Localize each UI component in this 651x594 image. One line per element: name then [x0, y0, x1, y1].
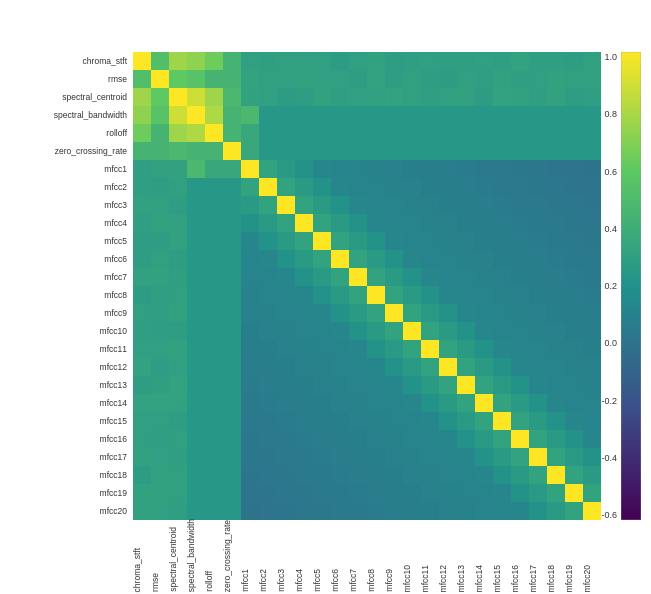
x-label-mfcc20: mfcc20 [583, 565, 601, 592]
y-label-mfcc18: mfcc18 [0, 466, 130, 484]
colorbar-label-3: 0.4 [589, 224, 617, 234]
y-label-mfcc8: mfcc8 [0, 286, 130, 304]
x-label-mfcc13: mfcc13 [457, 565, 475, 592]
x-label-mfcc18: mfcc18 [547, 565, 565, 592]
colorbar-label-7: -0.4 [589, 453, 617, 463]
y-label-spectral_bandwidth: spectral_bandwidth [0, 106, 130, 124]
colorbar-label-2: 0.6 [589, 167, 617, 177]
y-label-mfcc1: mfcc1 [0, 160, 130, 178]
y-label-mfcc19: mfcc19 [0, 484, 130, 502]
matrix-canvas [133, 52, 601, 520]
colorbar-label-1: 0.8 [589, 109, 617, 119]
x-label-mfcc3: mfcc3 [277, 569, 295, 592]
y-label-mfcc4: mfcc4 [0, 214, 130, 232]
x-label-mfcc14: mfcc14 [475, 565, 493, 592]
y-label-zero_crossing_rate: zero_crossing_rate [0, 142, 130, 160]
colorbar-label-5: 0.0 [589, 338, 617, 348]
x-label-chroma_stft: chroma_stft [133, 548, 151, 592]
x-label-mfcc11: mfcc11 [421, 565, 439, 592]
x-label-mfcc6: mfcc6 [331, 569, 349, 592]
y-label-rmse: rmse [0, 70, 130, 88]
x-label-mfcc15: mfcc15 [493, 565, 511, 592]
colorbar-label-0: 1.0 [589, 52, 617, 62]
x-label-mfcc12: mfcc12 [439, 565, 457, 592]
x-label-mfcc7: mfcc7 [349, 569, 367, 592]
x-label-mfcc8: mfcc8 [367, 569, 385, 592]
x-label-spectral_centroid: spectral_centroid [169, 527, 187, 592]
chart-container: chroma_stftrmsespectral_centroidspectral… [0, 0, 651, 594]
y-label-mfcc16: mfcc16 [0, 430, 130, 448]
y-label-mfcc20: mfcc20 [0, 502, 130, 520]
x-label-mfcc5: mfcc5 [313, 569, 331, 592]
colorbar-tick-labels: 1.00.80.60.40.20.0-0.2-0.4-0.6 [589, 52, 617, 520]
x-label-mfcc19: mfcc19 [565, 565, 583, 592]
y-label-mfcc9: mfcc9 [0, 304, 130, 322]
y-label-mfcc6: mfcc6 [0, 250, 130, 268]
y-label-mfcc5: mfcc5 [0, 232, 130, 250]
y-label-mfcc14: mfcc14 [0, 394, 130, 412]
y-label-mfcc12: mfcc12 [0, 358, 130, 376]
x-label-mfcc16: mfcc16 [511, 565, 529, 592]
y-label-mfcc2: mfcc2 [0, 178, 130, 196]
x-label-mfcc2: mfcc2 [259, 569, 277, 592]
x-label-mfcc9: mfcc9 [385, 569, 403, 592]
x-label-zero_crossing_rate: zero_crossing_rate [223, 520, 241, 592]
y-label-spectral_centroid: spectral_centroid [0, 88, 130, 106]
colorbar-label-4: 0.2 [589, 281, 617, 291]
colorbar-label-8: -0.6 [589, 510, 617, 520]
x-label-rolloff: rolloff [205, 571, 223, 592]
y-label-mfcc3: mfcc3 [0, 196, 130, 214]
x-label-mfcc4: mfcc4 [295, 569, 313, 592]
y-label-mfcc17: mfcc17 [0, 448, 130, 466]
y-label-mfcc7: mfcc7 [0, 268, 130, 286]
x-label-mfcc17: mfcc17 [529, 565, 547, 592]
y-label-chroma_stft: chroma_stft [0, 52, 130, 70]
colorbar-canvas [621, 52, 641, 520]
x-label-mfcc1: mfcc1 [241, 569, 259, 592]
y-label-mfcc15: mfcc15 [0, 412, 130, 430]
x-label-rmse: rmse [151, 573, 169, 592]
x-label-mfcc10: mfcc10 [403, 565, 421, 592]
y-label-mfcc11: mfcc11 [0, 340, 130, 358]
y-label-mfcc10: mfcc10 [0, 322, 130, 340]
y-axis-labels: chroma_stftrmsespectral_centroidspectral… [0, 52, 130, 520]
x-label-spectral_bandwidth: spectral_bandwidth [187, 519, 205, 592]
y-label-mfcc13: mfcc13 [0, 376, 130, 394]
y-label-rolloff: rolloff [0, 124, 130, 142]
x-axis-labels: chroma_stftrmsespectral_centroidspectral… [133, 519, 601, 592]
colorbar-label-6: -0.2 [589, 396, 617, 406]
